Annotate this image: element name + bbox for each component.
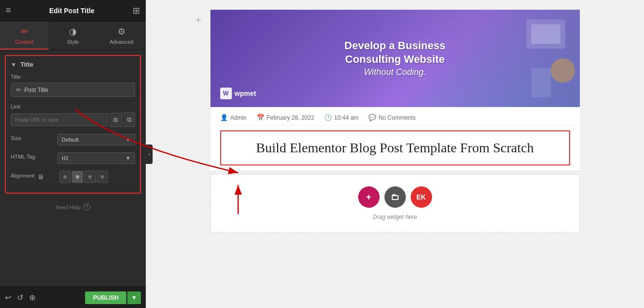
size-chevron: ▼ <box>125 137 131 143</box>
title-field-label: Title <box>11 74 135 80</box>
panel-title: Edit Post Title <box>49 7 94 15</box>
history-icon[interactable]: ⊕ <box>29 293 35 302</box>
alignment-label-wrapper: Alignment 🖥 <box>11 173 54 181</box>
panel-content: ▼ Title Title ✏ Post Title Link ⚙ ⧉ <box>0 50 146 287</box>
post-title: Build Elementor Blog Post Template From … <box>231 139 559 157</box>
content-tab-icon: ✏ <box>21 26 28 37</box>
meta-comments: 💬 No Comments <box>368 114 416 121</box>
align-right-btn[interactable]: ≡ <box>84 171 96 183</box>
html-tag-field-row: HTML Tag H1 ▼ <box>11 152 135 164</box>
section-arrow: ▼ <box>11 61 17 68</box>
featured-line3: Without Coding. <box>345 67 446 78</box>
title-input-box[interactable]: ✏ Post Title <box>11 83 135 97</box>
left-panel: ≡ Edit Post Title ⊞ ✏ Content ◑ Style ⚙ … <box>0 0 146 308</box>
meta-time: 🕐 10:44 am <box>324 114 359 121</box>
featured-line2: Consulting Website <box>345 53 446 67</box>
fab-ek-button[interactable]: EK <box>411 186 432 208</box>
pencil-icon: ✏ <box>16 86 21 93</box>
post-comments: No Comments <box>379 114 416 121</box>
title-value: Post Title <box>24 87 48 93</box>
panel-bottom: ↩ ↺ ⊕ PUBLISH ▼ <box>0 287 146 308</box>
advanced-tab-label: Advanced <box>110 39 134 45</box>
link-input-wrapper: ⚙ ⧉ <box>11 112 135 127</box>
bottom-icons: ↩ ↺ ⊕ <box>5 293 35 302</box>
link-field-label: Link <box>11 104 135 109</box>
align-left-btn[interactable]: ≡ <box>59 171 71 183</box>
align-justify-btn[interactable]: ≡ <box>97 171 108 183</box>
canvas-plus-left[interactable]: + <box>196 15 202 26</box>
style-tab-icon: ◑ <box>69 26 77 37</box>
author-name: Admin <box>230 114 247 121</box>
post-meta: 👤 Admin 📅 February 28, 2022 🕐 10:44 am 💬… <box>210 107 580 126</box>
html-tag-label: HTML Tag <box>11 154 35 160</box>
title-field-row: Title ✏ Post Title <box>11 74 135 97</box>
canvas-inner: + + Develop a Business Consulting Websit… <box>146 0 644 308</box>
alignment-field-row: Alignment 🖥 ≡ ≡ ≡ ≡ <box>11 171 135 183</box>
section-header[interactable]: ▼ Title <box>11 61 135 68</box>
section-title: Title <box>20 61 34 68</box>
featured-image: Develop a Business Consulting Website Wi… <box>210 10 580 107</box>
panel-header: ≡ Edit Post Title ⊞ <box>0 0 146 21</box>
size-field-label: Size <box>11 135 21 141</box>
link-field-row: Link ⚙ ⧉ <box>11 104 135 127</box>
size-select[interactable]: Default ▼ <box>57 134 135 145</box>
title-section-block: ▼ Title Title ✏ Post Title Link ⚙ ⧉ <box>5 55 141 194</box>
blog-container: Develop a Business Consulting Website Wi… <box>210 10 580 170</box>
advanced-tab-icon: ⚙ <box>118 26 125 37</box>
publish-group: PUBLISH ▼ <box>85 291 141 304</box>
fab-folder-button[interactable]: 🗀 <box>384 186 406 208</box>
redo-icon[interactable]: ↺ <box>17 293 23 302</box>
post-date: February 28, 2022 <box>267 114 314 121</box>
grid-icon[interactable]: ⊞ <box>133 5 140 16</box>
hamburger-icon[interactable]: ≡ <box>6 5 11 16</box>
featured-text: Develop a Business Consulting Website Wi… <box>345 39 446 78</box>
tab-style[interactable]: ◑ Style <box>49 21 97 50</box>
publish-button[interactable]: PUBLISH <box>85 291 126 304</box>
wpmet-logo: W wpmet <box>220 88 256 99</box>
html-tag-select[interactable]: H1 ▼ <box>57 152 135 164</box>
canvas-area: + + Develop a Business Consulting Websit… <box>146 0 644 308</box>
link-settings-btn[interactable]: ⚙ <box>109 113 122 127</box>
featured-line1: Develop a Business <box>345 39 446 53</box>
need-help-label: Need Help <box>55 204 81 210</box>
user-icon: 👤 <box>220 114 228 121</box>
clock-icon: 🕐 <box>324 114 332 121</box>
alignment-buttons: ≡ ≡ ≡ ≡ <box>59 171 108 183</box>
meta-date: 📅 February 28, 2022 <box>257 114 314 121</box>
undo-icon[interactable]: ↩ <box>5 293 11 302</box>
comment-icon: 💬 <box>368 114 376 121</box>
need-help-row: Need Help ? <box>5 199 141 216</box>
tab-advanced[interactable]: ⚙ Advanced <box>97 21 146 50</box>
post-title-wrapper[interactable]: Build Elementor Blog Post Template From … <box>220 130 570 165</box>
meta-author: 👤 Admin <box>220 114 247 121</box>
size-value: Default <box>62 137 79 143</box>
wpmet-icon: W <box>220 88 232 99</box>
tab-content[interactable]: ✏ Content <box>0 21 49 50</box>
drag-hint: Drag widget here <box>373 214 417 220</box>
html-tag-value: H1 <box>62 155 69 161</box>
link-input[interactable] <box>11 113 108 126</box>
calendar-icon: 📅 <box>257 114 264 121</box>
align-center-btn[interactable]: ≡ <box>72 171 84 183</box>
link-copy-btn[interactable]: ⧉ <box>123 112 135 127</box>
content-tab-label: Content <box>15 39 34 45</box>
size-field-row: Size Default ▼ <box>11 134 135 145</box>
fab-row: + 🗀 EK <box>358 186 432 208</box>
alignment-label: Alignment <box>11 173 35 179</box>
lower-widget-area: + 🗀 EK Drag widget here <box>210 174 580 233</box>
help-icon[interactable]: ? <box>83 203 90 211</box>
fab-add-button[interactable]: + <box>358 186 380 208</box>
panel-tabs: ✏ Content ◑ Style ⚙ Advanced <box>0 21 146 50</box>
html-tag-chevron: ▼ <box>125 155 131 161</box>
collapse-handle[interactable]: ‹ <box>146 145 153 164</box>
monitor-icon: 🖥 <box>37 173 44 181</box>
post-time: 10:44 am <box>334 114 359 121</box>
style-tab-label: Style <box>67 39 79 45</box>
wpmet-text: wpmet <box>235 90 256 97</box>
publish-arrow-button[interactable]: ▼ <box>127 291 141 304</box>
